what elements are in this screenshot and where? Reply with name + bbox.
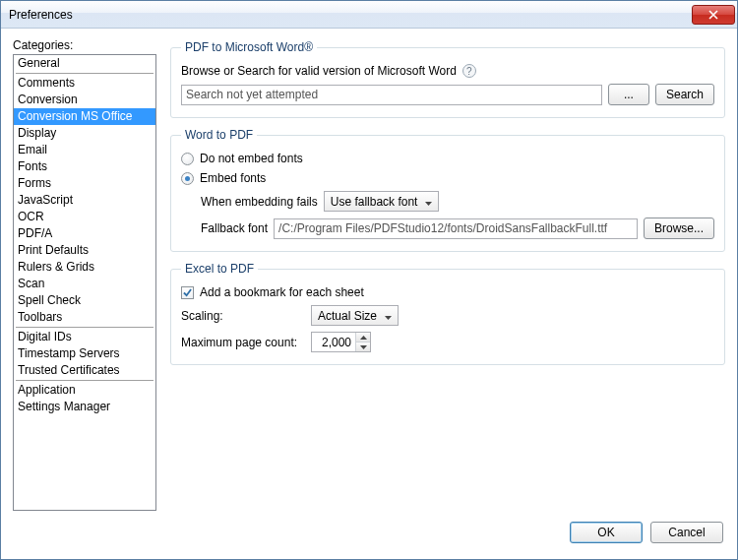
when-fails-value: Use fallback font [331,195,418,209]
scaling-combo[interactable]: Actual Size [311,305,399,326]
category-item[interactable]: JavaScript [14,192,155,209]
ok-button[interactable]: OK [570,522,643,543]
fallback-font-label: Fallback font [201,221,268,235]
checkbox-icon [181,286,194,299]
category-item[interactable]: Rulers & Grids [14,259,155,276]
close-icon [708,10,718,20]
excel-to-pdf-group: Excel to PDF Add a bookmark for each she… [170,262,725,365]
chevron-down-icon [381,309,396,323]
svg-marker-1 [385,316,392,320]
word-browse-button[interactable]: ... [608,84,649,105]
when-fails-combo[interactable]: Use fallback font [324,191,440,212]
category-item[interactable]: Toolbars [14,309,155,326]
category-item[interactable]: Spell Check [14,292,155,309]
window-title: Preferences [9,8,73,22]
category-item[interactable]: Conversion MS Office [14,108,155,125]
category-item[interactable]: Application [14,382,155,399]
help-icon[interactable]: ? [462,64,476,78]
radio-icon [181,172,194,185]
category-separator [16,327,154,328]
pdf-to-word-legend: PDF to Microsoft Word® [181,40,317,54]
category-item[interactable]: General [14,55,155,72]
categories-label: Categories: [13,38,156,52]
radio-no-embed-label: Do not embed fonts [200,152,303,165]
when-fails-label: When embedding fails [201,195,318,209]
fallback-font-input[interactable] [274,218,638,239]
radio-embed-label: Embed fonts [200,171,266,185]
spinner-up[interactable] [356,333,370,342]
category-item[interactable]: Scan [14,276,155,292]
radio-no-embed[interactable]: Do not embed fonts [181,152,303,165]
category-item[interactable]: Conversion [14,92,155,108]
spinner-down[interactable] [356,342,370,351]
category-item[interactable]: Trusted Certificates [14,362,155,379]
word-search-button[interactable]: Search [655,84,714,105]
max-page-input[interactable] [312,333,355,351]
close-button[interactable] [692,5,735,25]
category-item[interactable]: Print Defaults [14,242,155,259]
category-item[interactable]: Digital IDs [14,329,155,345]
svg-marker-0 [425,202,432,206]
category-item[interactable]: Forms [14,175,155,192]
word-to-pdf-legend: Word to PDF [181,128,257,142]
radio-embed[interactable]: Embed fonts [181,171,266,185]
chevron-down-icon [421,195,436,209]
excel-to-pdf-legend: Excel to PDF [181,262,258,276]
radio-icon [181,153,194,165]
category-separator [16,73,154,74]
category-item[interactable]: PDF/A [14,225,155,242]
categories-list[interactable]: GeneralCommentsConversionConversion MS O… [13,54,156,511]
pdf-to-word-hint: Browse or Search for valid version of Mi… [181,64,457,78]
category-separator [16,380,154,381]
max-page-label: Maximum page count: [181,336,305,349]
max-page-spinner[interactable] [311,332,371,352]
title-bar: Preferences [1,1,737,29]
category-item[interactable]: Timestamp Servers [14,345,155,362]
category-item[interactable]: Email [14,142,155,158]
category-item[interactable]: OCR [14,209,155,225]
category-item[interactable]: Comments [14,75,155,92]
dialog-footer: OK Cancel [1,515,737,550]
bookmark-label: Add a bookmark for each sheet [200,285,364,299]
svg-marker-2 [360,336,367,340]
svg-marker-3 [360,345,367,349]
cancel-button[interactable]: Cancel [650,522,723,543]
category-item[interactable]: Settings Manager [14,399,155,415]
scaling-label: Scaling: [181,309,305,323]
pdf-to-word-group: PDF to Microsoft Word® Browse or Search … [170,40,725,118]
fallback-browse-button[interactable]: Browse... [644,218,714,239]
bookmark-checkbox[interactable]: Add a bookmark for each sheet [181,285,364,299]
category-item[interactable]: Display [14,125,155,142]
word-to-pdf-group: Word to PDF Do not embed fonts Embed fon… [170,128,725,252]
word-search-status [181,85,602,105]
category-item[interactable]: Fonts [14,158,155,175]
scaling-value: Actual Size [318,309,377,323]
